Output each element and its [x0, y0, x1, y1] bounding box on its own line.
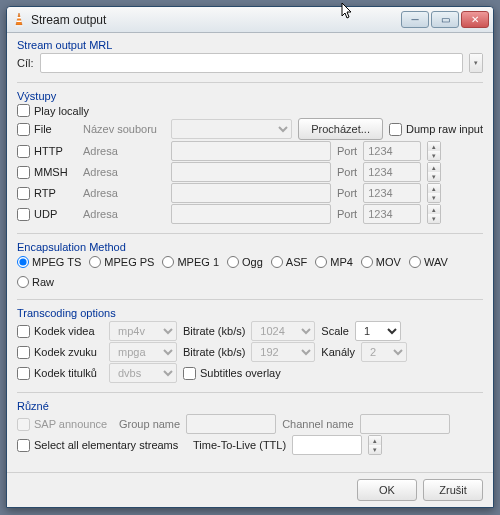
trans-group: Transcoding options Kodek videa mp4v Bit… [17, 307, 483, 384]
audio-chan-label: Kanály [321, 346, 355, 358]
groupname-input[interactable] [186, 414, 276, 434]
mrl-group: Stream output MRL Cíl: ▾ [17, 39, 483, 74]
udp-addr-label: Adresa [83, 208, 165, 220]
encaps-radio-asf[interactable]: ASF [271, 256, 307, 268]
video-scale-select[interactable]: 1 [355, 321, 401, 341]
sub-codec-checkbox[interactable]: Kodek titulků [17, 367, 103, 380]
rtp-port-input[interactable] [363, 183, 421, 203]
mmsh-port-label: Port [337, 166, 357, 178]
rtp-addr-label: Adresa [83, 187, 165, 199]
mrl-input[interactable] [40, 53, 464, 73]
dump-raw-checkbox[interactable]: Dump raw input [389, 123, 483, 136]
close-button[interactable]: ✕ [461, 11, 489, 28]
audio-bitrate-label: Bitrate (kb/s) [183, 346, 245, 358]
mmsh-checkbox[interactable]: MMSH [17, 166, 77, 179]
video-scale-label: Scale [321, 325, 349, 337]
misc-label: Různé [17, 400, 483, 412]
video-codec-checkbox[interactable]: Kodek videa [17, 325, 103, 338]
ttl-label: Time-To-Live (TTL) [193, 439, 286, 451]
groupname-label: Group name [119, 418, 180, 430]
file-checkbox[interactable]: File [17, 123, 77, 136]
udp-checkbox[interactable]: UDP [17, 208, 77, 221]
cancel-button[interactable]: Zrušit [423, 479, 483, 501]
audio-chan-select[interactable]: 2 [361, 342, 407, 362]
chname-label: Channel name [282, 418, 354, 430]
rtp-port-spinner[interactable]: ▴▾ [427, 183, 441, 203]
outputs-label: Výstupy [17, 90, 483, 102]
ttl-input[interactable] [292, 435, 362, 455]
footer: OK Zrušit [7, 472, 493, 507]
encaps-radio-mov[interactable]: MOV [361, 256, 401, 268]
udp-addr-input[interactable] [171, 204, 331, 224]
http-port-spinner[interactable]: ▴▾ [427, 141, 441, 161]
misc-group: Různé SAP announce Group name Channel na… [17, 400, 483, 456]
encaps-radio-raw[interactable]: Raw [17, 276, 54, 288]
rtp-checkbox[interactable]: RTP [17, 187, 77, 200]
mrl-group-label: Stream output MRL [17, 39, 483, 51]
http-addr-label: Adresa [83, 145, 165, 157]
udp-port-label: Port [337, 208, 357, 220]
sub-overlay-checkbox[interactable]: Subtitles overlay [183, 367, 281, 380]
trans-label: Transcoding options [17, 307, 483, 319]
ttl-spinner[interactable]: ▴▾ [368, 435, 382, 455]
encaps-radio-ogg[interactable]: Ogg [227, 256, 263, 268]
minimize-button[interactable]: ─ [401, 11, 429, 28]
encaps-radio-mpegts[interactable]: MPEG TS [17, 256, 81, 268]
svg-marker-0 [16, 13, 22, 25]
video-bitrate-select[interactable]: 1024 [251, 321, 315, 341]
mrl-dropdown[interactable]: ▾ [469, 53, 483, 73]
sap-checkbox[interactable]: SAP announce [17, 418, 113, 431]
stream-output-window: Stream output ─ ▭ ✕ Stream output MRL Cí… [6, 6, 494, 508]
mmsh-port-spinner[interactable]: ▴▾ [427, 162, 441, 182]
title-text: Stream output [31, 13, 401, 27]
browse-button[interactable]: Procházet... [298, 118, 383, 140]
cil-label: Cíl: [17, 57, 34, 69]
ok-button[interactable]: OK [357, 479, 417, 501]
mmsh-addr-input[interactable] [171, 162, 331, 182]
audio-codec-select[interactable]: mpga [109, 342, 177, 362]
http-port-input[interactable] [363, 141, 421, 161]
chname-input[interactable] [360, 414, 450, 434]
encaps-radio-wav[interactable]: WAV [409, 256, 448, 268]
encaps-radio-mp4[interactable]: MP4 [315, 256, 353, 268]
content: Stream output MRL Cíl: ▾ Výstupy Play lo… [7, 33, 493, 472]
http-checkbox[interactable]: HTTP [17, 145, 77, 158]
encaps-group: Encapsulation Method MPEG TSMPEG PSMPEG … [17, 241, 483, 291]
mmsh-addr-label: Adresa [83, 166, 165, 178]
encaps-label: Encapsulation Method [17, 241, 483, 253]
encaps-radio-mpeg1[interactable]: MPEG 1 [162, 256, 219, 268]
file-name-label: Název souboru [83, 123, 165, 135]
svg-rect-1 [15, 25, 23, 27]
video-bitrate-label: Bitrate (kb/s) [183, 325, 245, 337]
rtp-addr-input[interactable] [171, 183, 331, 203]
http-addr-input[interactable] [171, 141, 331, 161]
audio-bitrate-select[interactable]: 192 [251, 342, 315, 362]
encaps-radio-mpegps[interactable]: MPEG PS [89, 256, 154, 268]
udp-port-spinner[interactable]: ▴▾ [427, 204, 441, 224]
outputs-group: Výstupy Play locally File Název souboru … [17, 90, 483, 225]
play-locally-checkbox[interactable]: Play locally [17, 104, 89, 117]
selectall-checkbox[interactable]: Select all elementary streams [17, 439, 187, 452]
http-port-label: Port [337, 145, 357, 157]
maximize-button[interactable]: ▭ [431, 11, 459, 28]
vlc-icon [11, 12, 27, 28]
udp-port-input[interactable] [363, 204, 421, 224]
mmsh-port-input[interactable] [363, 162, 421, 182]
video-codec-select[interactable]: mp4v [109, 321, 177, 341]
audio-codec-checkbox[interactable]: Kodek zvuku [17, 346, 103, 359]
svg-rect-3 [16, 20, 21, 22]
rtp-port-label: Port [337, 187, 357, 199]
file-name-select[interactable] [171, 119, 292, 139]
sub-codec-select[interactable]: dvbs [109, 363, 177, 383]
titlebar[interactable]: Stream output ─ ▭ ✕ [7, 7, 493, 33]
svg-rect-2 [17, 17, 21, 19]
